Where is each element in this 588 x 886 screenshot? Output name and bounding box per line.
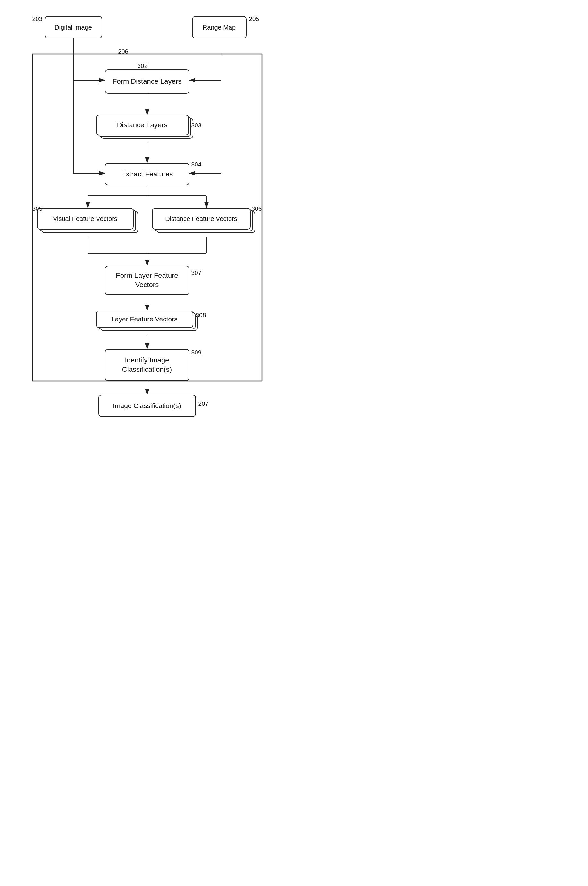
ref-205: 205 [249,15,260,23]
range-map-box: Range Map [192,16,246,39]
ref-309: 309 [191,349,202,356]
ref-305: 305 [32,205,43,212]
ref-303: 303 [191,122,202,129]
ref-308: 308 [196,312,206,319]
visual-feature-vectors-stack: Visual Feature Vectors [37,208,142,237]
extract-features-box: Extract Features [105,163,189,185]
layer-feature-vectors-stack: Layer Feature Vectors [96,311,202,334]
distance-layers-stack: Distance Layers [96,115,198,142]
form-layer-feature-vectors-box: Form Layer Feature Vectors [105,266,189,295]
identify-image-classifications-box: Identify Image Classification(s) [105,349,189,381]
ref-307: 307 [191,269,202,276]
ref-206: 206 [118,48,129,55]
diagram: Digital Image 203 Range Map 205 206 Form… [9,6,285,436]
ref-302: 302 [138,63,148,70]
form-distance-layers-box: Form Distance Layers [105,69,189,94]
ref-203: 203 [32,15,43,23]
ref-207: 207 [198,400,209,407]
image-classifications-box: Image Classification(s) [98,395,196,417]
digital-image-box: Digital Image [45,16,102,39]
ref-304: 304 [191,161,202,168]
distance-feature-vectors-stack: Distance Feature Vectors [152,208,260,237]
ref-306: 306 [252,205,262,212]
